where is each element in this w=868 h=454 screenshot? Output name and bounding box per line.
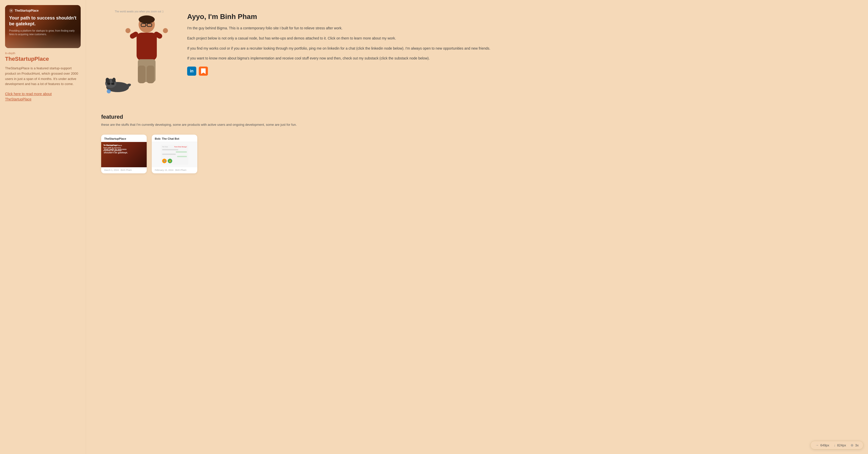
sidebar-read-more-prefix: Click here to read more about: [5, 92, 52, 96]
main-content: The world awaits you when you zoom out :…: [86, 0, 868, 454]
sidebar-card-title: Your path to success shouldn't be gateke…: [9, 15, 76, 27]
svg-rect-17: [136, 33, 157, 60]
sidebar-card-subtitle: Providing a platform for startups to gro…: [9, 29, 76, 36]
svg-point-13: [138, 16, 155, 24]
svg-rect-24: [147, 65, 154, 83]
hero-image-area: The world awaits you when you zoom out :…: [101, 10, 177, 101]
hero-title: Ayyo, I'm Binh Pham: [187, 13, 853, 21]
sidebar-card-logo-text: TheStartupPlace: [15, 9, 39, 12]
status-zoom: ⊕ 3x: [850, 443, 859, 447]
scene-caption: The world awaits you when you zoom out :…: [101, 10, 177, 13]
substack-bookmark-icon: [201, 68, 206, 74]
hero-text: Ayyo, I'm Binh Pham I'm the guy behind B…: [187, 10, 853, 76]
sidebar: ✦ TheStartupPlace Your path to success s…: [0, 0, 86, 454]
person-figure: [124, 15, 169, 91]
arrow-down-icon: ↓: [834, 443, 836, 447]
status-x-coordinate: → 649px: [815, 443, 829, 447]
substack-icon[interactable]: [199, 66, 208, 76]
svg-rect-8: [111, 83, 114, 85]
x-value: 649px: [820, 443, 829, 447]
featured-cards: TheStartupPlace ✦ TheStartupPlace Your p…: [101, 134, 853, 173]
hero-section: The world awaits you when you zoom out :…: [101, 10, 853, 101]
sidebar-description: TheStartupPlace is a featured startup-su…: [5, 66, 81, 87]
hero-image-placeholder: [101, 15, 169, 101]
zoom-icon: ⊕: [850, 443, 854, 447]
svg-rect-7: [107, 83, 110, 85]
social-icons: in: [187, 66, 853, 76]
featured-card-image-bot: Tel-Chat Tom-Chat Storgy! 🤖 👍: [152, 142, 197, 167]
svg-point-21: [163, 28, 168, 33]
status-y-coordinate: ↓ 824px: [834, 443, 846, 447]
featured-card-meta-1: March 1, 2024 · Binh Pham: [101, 167, 147, 173]
sidebar-badge: In-depth: [5, 52, 81, 55]
sidebar-project-title: TheStartupPlace: [5, 56, 81, 62]
featured-card-label-1: TheStartupPlace: [101, 134, 147, 142]
svg-point-11: [107, 89, 111, 93]
hero-paragraph-2: Each project below is not only a casual …: [187, 35, 853, 41]
featured-card-thestartupplace[interactable]: TheStartupPlace ✦ TheStartupPlace Your p…: [101, 134, 147, 173]
linkedin-icon[interactable]: in: [187, 66, 196, 76]
y-value: 824px: [837, 443, 846, 447]
zoom-value: 3x: [855, 443, 859, 447]
sidebar-read-more-link[interactable]: Click here to read more about TheStartup…: [5, 91, 81, 102]
featured-card-label-2: Bob: The Chat Bot: [152, 134, 197, 142]
sidebar-read-more-text[interactable]: Click here to read more about TheStartup…: [5, 92, 52, 101]
svg-rect-23: [138, 65, 146, 83]
sidebar-featured-card[interactable]: ✦ TheStartupPlace Your path to success s…: [5, 5, 81, 48]
sidebar-card-logo: ✦ TheStartupPlace: [9, 9, 76, 13]
arrow-right-icon: →: [815, 443, 819, 447]
featured-card-meta-2: February 15, 2024 · Binh Pham: [152, 167, 197, 173]
startup-place-logo-icon: ✦: [9, 9, 13, 13]
svg-point-20: [125, 28, 130, 33]
hero-paragraph-3: If you find my works cool or if you are …: [187, 46, 853, 52]
featured-card-image-tsp: ✦ TheStartupPlace Your path to successsh…: [101, 142, 147, 167]
hero-paragraph-1: I'm the guy behind Bigma. This is a cont…: [187, 25, 853, 31]
featured-title: featured: [101, 114, 853, 120]
featured-section: featured these are the stuffs that I'm c…: [101, 114, 853, 173]
featured-description: these are the stuffs that I'm currently …: [101, 122, 853, 127]
hero-paragraph-4: If you want to know more about bigma's i…: [187, 55, 853, 61]
status-bar: → 649px ↓ 824px ⊕ 3x: [810, 441, 863, 449]
featured-card-bob-chatbot[interactable]: Bob: The Chat Bot Tel-Chat Tom-Chat Stor…: [152, 134, 197, 173]
sidebar-read-more-link-text[interactable]: TheStartupPlace: [5, 97, 31, 101]
